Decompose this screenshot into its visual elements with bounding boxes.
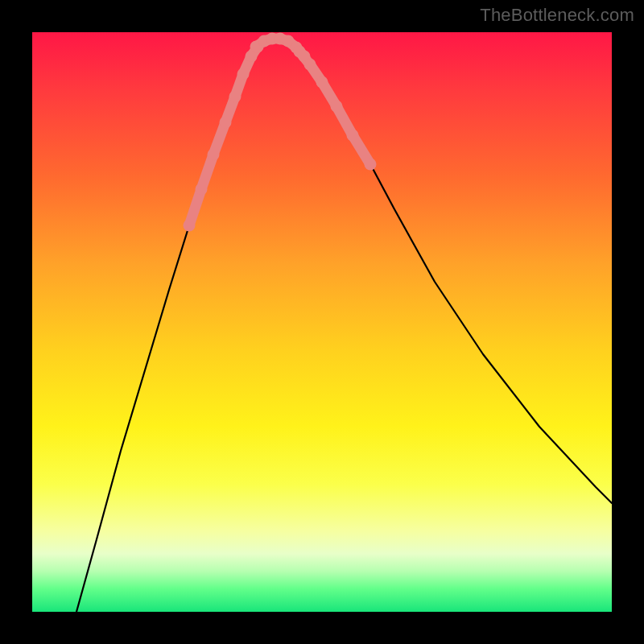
curve-svg (32, 32, 612, 612)
watermark-text: TheBottleneck.com (480, 5, 634, 26)
right-highlight-segment-dot (365, 159, 377, 171)
chart-frame: TheBottleneck.com (0, 0, 644, 644)
plot-area (32, 32, 612, 612)
highlight-layer (184, 33, 377, 232)
